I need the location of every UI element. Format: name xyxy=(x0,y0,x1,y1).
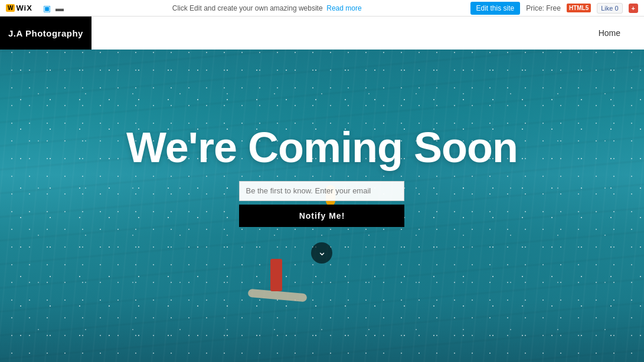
site-nav: Home xyxy=(91,17,644,50)
fb-like-label: Like xyxy=(601,5,613,12)
wix-logo-icon: W xyxy=(6,4,15,12)
email-input[interactable] xyxy=(239,181,404,201)
site-logo-area: J.A Photography xyxy=(0,17,91,50)
scroll-down-button[interactable] xyxy=(311,242,332,264)
wix-topbar: W WiX ▣ ▬ Click Edit and create your own… xyxy=(0,0,644,17)
fb-like-count: 0 xyxy=(614,5,618,12)
topbar-center-text: Click Edit and create your own amazing w… xyxy=(70,4,465,12)
coming-soon-title: We're Coming Soon xyxy=(126,124,518,171)
read-more-link[interactable]: Read more xyxy=(326,4,361,12)
hero-section: We're Coming Soon Notify Me! xyxy=(0,50,644,362)
g-plus-label: + xyxy=(632,5,635,12)
nav-item-home[interactable]: Home xyxy=(593,26,626,40)
site-header: J.A Photography Home xyxy=(0,17,644,50)
google-plus-button[interactable]: + xyxy=(629,4,638,13)
html5-badge: HTML5 xyxy=(567,4,591,12)
wix-logo-text: WiX xyxy=(16,4,32,12)
edit-site-button[interactable]: Edit this site xyxy=(470,2,521,15)
hero-content: We're Coming Soon Notify Me! xyxy=(126,124,518,263)
email-form: Notify Me! xyxy=(233,181,410,227)
mobile-icon[interactable]: ▬ xyxy=(55,4,64,13)
desktop-icon[interactable]: ▣ xyxy=(43,4,51,13)
wix-logo: W WiX xyxy=(6,4,32,12)
facebook-like-button[interactable]: Like 0 xyxy=(597,3,622,14)
notify-button[interactable]: Notify Me! xyxy=(239,205,404,227)
site-logo-text: J.A Photography xyxy=(8,28,83,38)
device-icons: ▣ ▬ xyxy=(43,4,64,13)
price-label: Price: Free xyxy=(526,4,561,12)
edit-prompt-text: Click Edit and create your own amazing w… xyxy=(172,4,323,12)
